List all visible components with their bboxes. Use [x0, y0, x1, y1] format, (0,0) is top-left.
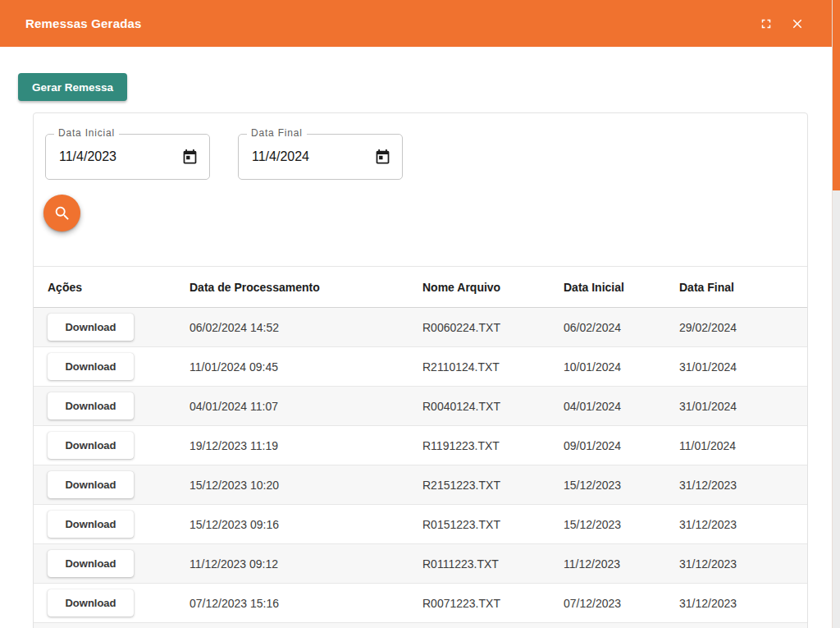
cell-file-name: R1191223.TXT [422, 439, 564, 452]
cell-start-date: 04/01/2024 [564, 400, 679, 413]
titlebar-actions [753, 0, 810, 47]
table-header-row: Ações Data de Processamento Nome Arquivo… [34, 267, 807, 308]
fullscreen-button[interactable] [753, 11, 779, 37]
download-button[interactable]: Download [48, 589, 134, 617]
cell-file-name: R2110124.TXT [422, 360, 564, 374]
cell-end-date: 31/12/2023 [679, 518, 807, 531]
table-row: Download 15/12/2023 10:20 R2151223.TXT 1… [34, 465, 807, 505]
modal-titlebar: Remessas Geradas [0, 0, 832, 47]
cell-start-date: 15/12/2023 [564, 479, 679, 492]
cell-end-date: 31/01/2024 [679, 400, 807, 413]
cell-file-name: R0060224.TXT [422, 321, 564, 334]
cell-start-date: 10/01/2024 [564, 360, 679, 374]
scrollbar-thumb[interactable] [833, 0, 840, 190]
cell-start-date: 07/12/2023 [564, 597, 679, 610]
col-header-data-processamento: Data de Processamento [189, 281, 422, 294]
cell-start-date: 11/12/2023 [564, 557, 679, 571]
data-inicial-field[interactable]: Data Inicial 11/4/2023 [45, 134, 210, 180]
table-row: Download 15/12/2023 09:16 R0151223.TXT 1… [34, 505, 807, 544]
download-button[interactable]: Download [48, 314, 134, 341]
cell-processed-at: 11/01/2024 09:45 [189, 360, 422, 374]
fullscreen-icon [759, 16, 774, 31]
data-inicial-label: Data Inicial [54, 127, 119, 139]
data-final-label: Data Final [247, 127, 307, 139]
table-row: Download 11/12/2023 09:12 R0111223.TXT 1… [34, 544, 807, 584]
close-icon [790, 16, 805, 31]
cell-file-name: R0040124.TXT [422, 400, 564, 413]
data-final-value[interactable]: 11/4/2024 [252, 149, 309, 164]
filters-section: Data Inicial 11/4/2023 Data Final 11/4/2… [34, 113, 807, 267]
col-header-data-inicial: Data Inicial [564, 281, 679, 294]
col-header-data-final: Data Final [679, 281, 807, 294]
cell-file-name: R2151223.TXT [422, 479, 564, 492]
cell-file-name: R0151223.TXT [422, 518, 564, 531]
data-inicial-datepicker-button[interactable] [179, 146, 200, 167]
cell-file-name: R0071223.TXT [422, 597, 564, 610]
cell-start-date: 15/12/2023 [564, 518, 679, 531]
data-final-datepicker-button[interactable] [372, 146, 393, 167]
cell-processed-at: 15/12/2023 10:20 [189, 479, 422, 492]
cell-start-date: 09/01/2024 [564, 439, 679, 452]
cell-end-date: 11/01/2024 [679, 439, 807, 452]
cell-processed-at: 11/12/2023 09:12 [189, 557, 422, 571]
table-row-partial [34, 623, 807, 628]
download-button[interactable]: Download [48, 353, 134, 380]
data-final-field[interactable]: Data Final 11/4/2024 [238, 134, 403, 180]
cell-processed-at: 06/02/2024 14:52 [189, 321, 422, 334]
cell-file-name: R0111223.TXT [422, 557, 564, 571]
cell-start-date: 06/02/2024 [564, 321, 679, 334]
col-header-acoes: Ações [48, 281, 189, 294]
cell-processed-at: 15/12/2023 09:16 [189, 518, 422, 531]
cell-end-date: 29/02/2024 [679, 321, 807, 334]
close-button[interactable] [784, 11, 810, 37]
table-row: Download 19/12/2023 11:19 R1191223.TXT 0… [34, 426, 807, 465]
data-inicial-value[interactable]: 11/4/2023 [59, 149, 116, 164]
remessas-geradas-modal: Remessas Geradas Gerar Remessa Data Inic… [0, 0, 840, 628]
gerar-remessa-button[interactable]: Gerar Remessa [18, 73, 127, 101]
cell-processed-at: 04/01/2024 11:07 [189, 400, 422, 413]
table-row: Download 07/12/2023 15:16 R0071223.TXT 0… [34, 584, 807, 623]
col-header-nome-arquivo: Nome Arquivo [422, 281, 564, 294]
cell-end-date: 31/01/2024 [679, 360, 807, 374]
remessas-table: Ações Data de Processamento Nome Arquivo… [34, 267, 807, 628]
download-button[interactable]: Download [48, 511, 134, 538]
table-row: Download 11/01/2024 09:45 R2110124.TXT 1… [34, 347, 807, 387]
cell-processed-at: 19/12/2023 11:19 [189, 439, 422, 452]
remessas-card: Data Inicial 11/4/2023 Data Final 11/4/2… [33, 112, 808, 628]
cell-end-date: 31/12/2023 [679, 597, 807, 610]
table-row: Download 04/01/2024 11:07 R0040124.TXT 0… [34, 387, 807, 426]
cell-end-date: 31/12/2023 [679, 557, 807, 571]
search-icon [53, 204, 71, 222]
calendar-icon [181, 149, 199, 166]
modal-title: Remessas Geradas [25, 16, 142, 30]
download-button[interactable]: Download [48, 471, 134, 498]
cell-processed-at: 07/12/2023 15:16 [189, 597, 422, 610]
table-row: Download 06/02/2024 14:52 R0060224.TXT 0… [34, 308, 807, 347]
scrollbar-track[interactable] [832, 0, 840, 628]
calendar-icon [374, 149, 391, 166]
download-button[interactable]: Download [48, 392, 134, 419]
cell-end-date: 31/12/2023 [679, 479, 807, 492]
download-button[interactable]: Download [48, 432, 134, 459]
download-button[interactable]: Download [48, 550, 134, 577]
search-button[interactable] [43, 195, 80, 231]
